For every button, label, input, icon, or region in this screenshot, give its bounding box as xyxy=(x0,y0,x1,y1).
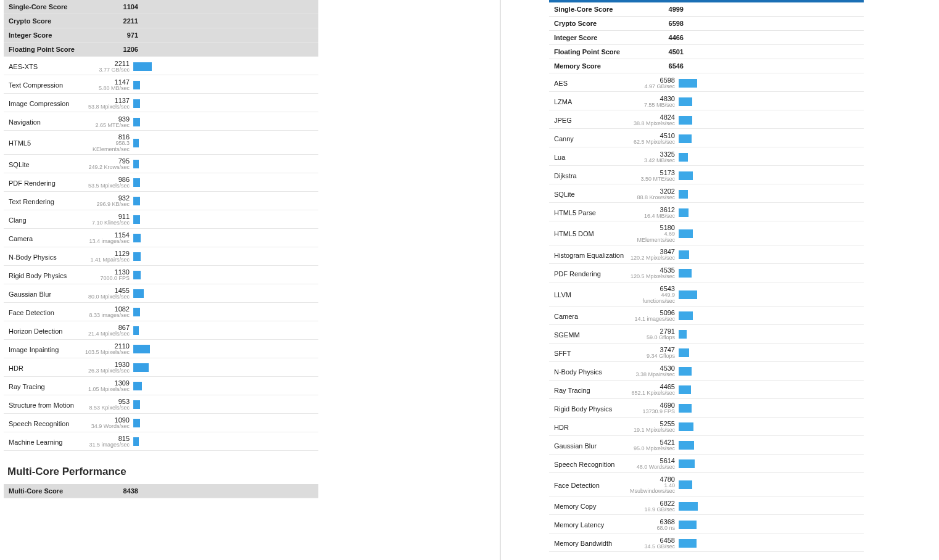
benchmark-score-col: 561448.0 Words/sec xyxy=(628,457,679,471)
benchmark-score-col: 9392.65 MTE/sec xyxy=(83,115,133,129)
benchmark-bar xyxy=(133,308,140,316)
benchmark-bar-track xyxy=(679,153,859,162)
benchmark-bar-track xyxy=(679,290,859,299)
benchmark-row: Clang9117.10 Klines/sec xyxy=(4,210,318,229)
benchmark-score-col: 542195.0 Mpixels/sec xyxy=(628,439,679,452)
benchmark-score-col: 11291.41 Mpairs/sec xyxy=(83,250,133,263)
summary-row: Single-Core Score4999 xyxy=(549,2,864,17)
summary-row: Single-Core Score1104 xyxy=(4,0,318,14)
benchmark-row: Rigid Body Physics469013730.9 FPS xyxy=(549,399,864,418)
benchmark-bar-track xyxy=(679,459,859,468)
summary-row: Floating Point Score1206 xyxy=(4,43,318,57)
benchmark-row: Gaussian Blur145580.0 Mpixels/sec xyxy=(4,284,318,303)
left-benchmark-table: AES-XTS22113.77 GB/secText Compression11… xyxy=(4,57,318,451)
benchmark-row: JPEG482438.8 Mpixels/sec xyxy=(549,110,864,129)
benchmark-row: Gaussian Blur542195.0 Mpixels/sec xyxy=(549,436,864,455)
benchmark-row: HTML5816958.3 KElements/sec xyxy=(4,131,318,155)
benchmark-row: N-Body Physics11291.41 Mpairs/sec xyxy=(4,247,318,266)
benchmark-score: 6598 xyxy=(628,76,675,84)
benchmark-bar-track xyxy=(679,97,859,106)
benchmark-score-col: 193026.3 Mpixels/sec xyxy=(83,361,133,374)
benchmark-score-col: 320288.8 Krows/sec xyxy=(628,187,679,201)
benchmark-bar-track xyxy=(133,139,313,147)
benchmark-name: Canny xyxy=(554,134,628,142)
benchmark-unit: 1.41 Mpairs/sec xyxy=(83,257,130,263)
benchmark-unit: 53.8 Mpixels/sec xyxy=(83,104,130,110)
benchmark-bar xyxy=(679,330,687,339)
benchmark-row: Dijkstra51733.50 MTE/sec xyxy=(549,166,864,184)
benchmark-score: 2211 xyxy=(83,60,130,67)
benchmark-bar-track xyxy=(679,502,859,511)
benchmark-name: HDR xyxy=(554,423,628,431)
benchmark-unit: 1.05 Mpixels/sec xyxy=(83,387,130,393)
benchmark-score-col: 22113.77 GB/sec xyxy=(83,60,133,73)
benchmark-row: LZMA48307.55 MB/sec xyxy=(549,92,864,110)
benchmark-score-col: 48307.55 MB/sec xyxy=(628,95,679,109)
benchmark-name: HTML5 xyxy=(9,139,83,147)
benchmark-name: Image Compression xyxy=(9,99,83,107)
benchmark-unit: 48.0 Words/sec xyxy=(628,464,675,471)
benchmark-row: PDF Rendering4535120.5 Mpixels/sec xyxy=(549,264,864,282)
benchmark-row: N-Body Physics45303.38 Mpairs/sec xyxy=(549,362,864,381)
benchmark-name: Machine Learning xyxy=(9,438,83,446)
summary-label: Crypto Score xyxy=(554,20,659,27)
benchmark-name: Face Detection xyxy=(554,481,628,489)
summary-label: Multi-Core Score xyxy=(9,487,114,495)
left-pane[interactable]: Single-Core Score1104Crypto Score2211Int… xyxy=(0,0,500,560)
summary-value: 971 xyxy=(114,31,138,39)
benchmark-unit: 59.0 Gflops xyxy=(628,335,675,341)
benchmark-name: Text Rendering xyxy=(9,197,83,205)
benchmark-name: Histogram Equalization xyxy=(554,251,628,259)
benchmark-unit: 88.8 Krows/sec xyxy=(628,195,675,201)
benchmark-score-col: 115413.4 images/sec xyxy=(83,231,133,245)
benchmark-score-col: 645834.5 GB/sec xyxy=(628,537,679,550)
benchmark-unit: 13.4 images/sec xyxy=(83,239,130,245)
benchmark-score: 3325 xyxy=(628,150,675,158)
benchmark-unit: 3.77 GB/sec xyxy=(83,67,130,73)
benchmark-row: Navigation9392.65 MTE/sec xyxy=(4,112,318,131)
benchmark-unit: 68.0 ns xyxy=(628,525,675,532)
benchmark-score-col: 279159.0 Gflops xyxy=(628,327,679,341)
benchmark-bar-track xyxy=(133,308,313,316)
benchmark-score-col: 109034.9 Words/sec xyxy=(83,416,133,430)
benchmark-bar xyxy=(133,252,141,261)
benchmark-row: Text Rendering932296.9 KB/sec xyxy=(4,192,318,210)
benchmark-name: PDF Rendering xyxy=(554,270,628,278)
benchmark-bar xyxy=(133,363,149,372)
benchmark-name: Dijkstra xyxy=(554,171,628,179)
benchmark-bar xyxy=(679,539,697,548)
summary-label: Floating Point Score xyxy=(554,48,659,56)
benchmark-name: Rigid Body Physics xyxy=(554,405,628,413)
benchmark-bar xyxy=(679,367,692,376)
benchmark-name: HTML5 DOM xyxy=(554,229,628,237)
benchmark-unit: 21.4 Mpixels/sec xyxy=(83,331,130,337)
benchmark-unit: 1.40 Msubwindows/sec xyxy=(628,483,675,495)
benchmark-bar-track xyxy=(133,62,313,71)
benchmark-bar-track xyxy=(133,197,313,205)
benchmark-score-col: 4535120.5 Mpixels/sec xyxy=(628,266,679,280)
benchmark-bar xyxy=(679,269,692,278)
benchmark-score: 4510 xyxy=(628,132,675,139)
benchmark-row: Rigid Body Physics11307000.0 FPS xyxy=(4,266,318,284)
benchmark-name: Camera xyxy=(554,312,628,320)
left-panel: Single-Core Score1104Crypto Score2211Int… xyxy=(4,0,318,498)
benchmark-bar xyxy=(679,116,692,125)
summary-label: Floating Point Score xyxy=(9,46,114,53)
benchmark-name: Clang xyxy=(9,216,83,224)
summary-value: 8438 xyxy=(114,487,138,495)
benchmark-bar-track xyxy=(679,190,859,199)
benchmark-unit: 9.34 Gflops xyxy=(628,353,675,360)
benchmark-bar xyxy=(133,118,140,126)
benchmark-bar-track xyxy=(679,250,859,259)
benchmark-bar xyxy=(679,404,692,413)
benchmark-score-col: 2110103.5 Mpixels/sec xyxy=(83,342,133,356)
benchmark-row: Structure from Motion9538.53 Kpixels/sec xyxy=(4,395,318,414)
benchmark-score-col: 98653.5 Mpixels/sec xyxy=(83,176,133,189)
benchmark-bar xyxy=(133,62,152,71)
summary-label: Memory Score xyxy=(554,62,659,70)
benchmark-bar xyxy=(679,441,694,450)
benchmark-row: SQLite320288.8 Krows/sec xyxy=(549,184,864,203)
right-pane[interactable]: Single-Core Score4999Crypto Score6598Int… xyxy=(501,0,939,560)
benchmark-score-col: 932296.9 KB/sec xyxy=(83,194,133,208)
benchmark-row: Canny451062.5 Mpixels/sec xyxy=(549,129,864,147)
